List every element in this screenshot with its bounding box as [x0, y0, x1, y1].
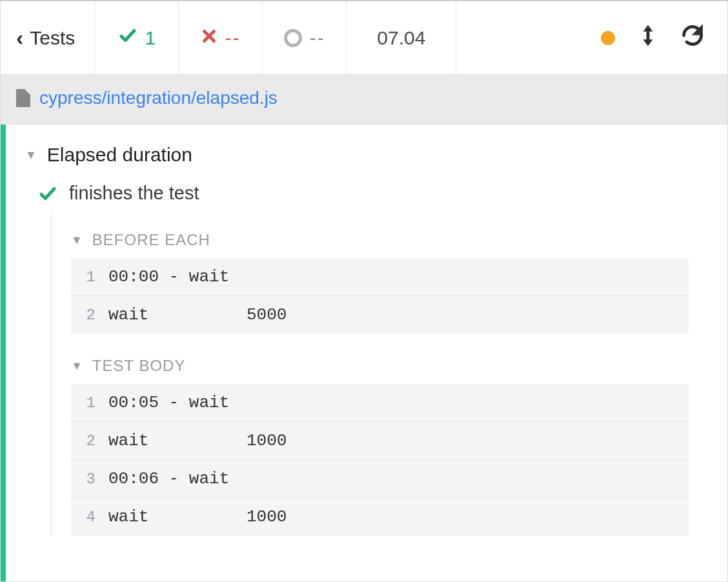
failed-count[interactable]: --: [179, 1, 263, 74]
pending-value: --: [310, 27, 325, 49]
check-icon: [118, 26, 137, 50]
pending-count[interactable]: --: [263, 1, 347, 74]
command-log: ▼ BEFORE EACH 1 00:00 - wait 2 wait 5000: [51, 213, 689, 536]
toolbar: ‹ Tests 1 -- -- 07.04: [1, 1, 727, 75]
command-number: 1: [71, 258, 105, 296]
test-item[interactable]: finishes the test: [25, 179, 689, 213]
command-message: 1000: [247, 498, 689, 536]
app-container: ‹ Tests 1 -- -- 07.04: [0, 0, 728, 582]
command-message: 5000: [247, 296, 689, 334]
tests-label: Tests: [30, 27, 75, 49]
command-message: 1000: [247, 422, 689, 460]
test-title: finishes the test: [69, 183, 199, 204]
command-row[interactable]: 1 00:00 - wait: [71, 258, 689, 296]
reload-button[interactable]: [681, 24, 704, 52]
duration-value: 07.04: [377, 27, 425, 49]
section-header[interactable]: ▼ TEST BODY: [71, 350, 689, 384]
caret-down-icon: ▼: [71, 359, 83, 373]
command-name: 00:00 - wait: [105, 258, 689, 296]
x-icon: [201, 27, 217, 49]
file-path-link[interactable]: cypress/integration/elapsed.js: [39, 88, 278, 108]
command-name: wait: [105, 498, 247, 536]
section-name: BEFORE EACH: [92, 231, 210, 249]
section-name: TEST BODY: [92, 357, 186, 375]
circle-icon: [284, 29, 302, 47]
command-number: 3: [71, 460, 105, 498]
command-row[interactable]: 2 wait 5000: [71, 296, 689, 334]
status-dot-icon: [601, 31, 615, 45]
command-row[interactable]: 1 00:05 - wait: [71, 384, 689, 422]
check-icon: [38, 184, 57, 203]
section-header[interactable]: ▼ BEFORE EACH: [71, 225, 689, 258]
command-table: 1 00:05 - wait 2 wait 1000 3 00:06 - wai…: [71, 384, 689, 536]
command-row[interactable]: 2 wait 1000: [71, 422, 689, 460]
command-name: wait: [105, 296, 247, 334]
tests-back-button[interactable]: ‹ Tests: [1, 1, 95, 74]
pass-indicator-bar: [1, 125, 6, 581]
failed-value: --: [225, 27, 241, 49]
file-icon: [16, 89, 30, 107]
toolbar-right: [591, 1, 727, 74]
command-number: 1: [71, 384, 105, 422]
command-row[interactable]: 3 00:06 - wait: [71, 460, 689, 498]
viewport-toggle-button[interactable]: [638, 23, 658, 52]
command-name: wait: [105, 422, 247, 460]
command-row[interactable]: 4 wait 1000: [71, 498, 689, 536]
caret-down-icon: ▼: [71, 234, 83, 247]
file-bar: cypress/integration/elapsed.js: [1, 75, 727, 125]
passed-count[interactable]: 1: [95, 1, 179, 74]
passed-value: 1: [145, 27, 156, 49]
test-content: ▼ Elapsed duration finishes the test ▼ B…: [6, 125, 727, 581]
describe-block[interactable]: ▼ Elapsed duration: [25, 139, 689, 179]
command-number: 2: [71, 422, 105, 460]
command-name: 00:05 - wait: [105, 384, 689, 422]
describe-title: Elapsed duration: [47, 144, 192, 166]
command-number: 2: [71, 296, 105, 334]
command-number: 4: [71, 498, 105, 536]
command-name: 00:06 - wait: [105, 460, 689, 498]
toolbar-spacer: [456, 1, 591, 74]
duration-display: 07.04: [347, 1, 456, 74]
chevron-left-icon: ‹: [16, 25, 23, 50]
command-table: 1 00:00 - wait 2 wait 5000: [71, 258, 689, 334]
test-area: ▼ Elapsed duration finishes the test ▼ B…: [1, 125, 727, 581]
caret-down-icon: ▼: [25, 148, 37, 162]
